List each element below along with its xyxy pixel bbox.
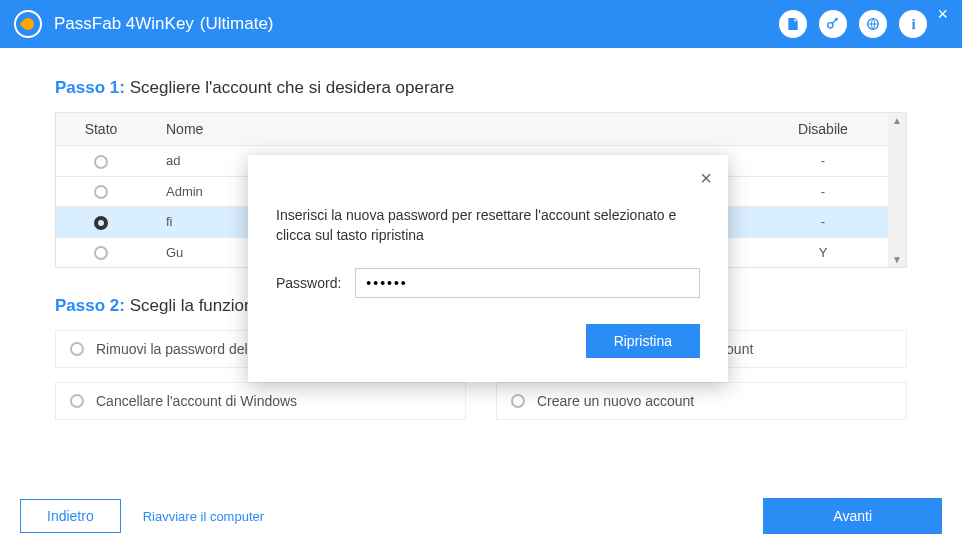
close-icon[interactable]: ×: [937, 4, 948, 25]
step1-num: Passo 1:: [55, 78, 125, 97]
table-scrollbar[interactable]: ▲ ▼: [888, 113, 906, 267]
export-icon[interactable]: [779, 10, 807, 38]
option-label: Cancellare l'account di Windows: [96, 393, 297, 409]
option-radio[interactable]: [70, 342, 84, 356]
footer: Indietro Riavviare il computer Avanti: [0, 498, 962, 534]
table-header: Stato Nome Disabile: [56, 113, 888, 145]
key-icon[interactable]: [819, 10, 847, 38]
row-radio[interactable]: [94, 216, 108, 230]
reset-password-modal: × Inserisci la nuova password per resett…: [248, 155, 728, 382]
password-input[interactable]: [355, 268, 700, 298]
titlebar: PassFab 4WinKey (Ultimate) i ×: [0, 0, 962, 48]
step2-num: Passo 2:: [55, 296, 125, 315]
option-radio[interactable]: [511, 394, 525, 408]
option-create-account[interactable]: Creare un nuovo account: [496, 382, 907, 420]
restart-link[interactable]: Riavviare il computer: [143, 509, 264, 524]
step1-text: Scegliere l'account che si desidera oper…: [130, 78, 455, 97]
step1-label: Passo 1: Scegliere l'account che si desi…: [55, 78, 907, 98]
reset-button[interactable]: Ripristina: [586, 324, 700, 358]
password-row: Password:: [276, 268, 700, 298]
row-radio[interactable]: [94, 185, 108, 199]
svg-point-0: [828, 23, 833, 28]
scroll-down-icon[interactable]: ▼: [892, 254, 902, 265]
row-disable: Y: [758, 238, 888, 268]
row-disable: -: [758, 207, 888, 237]
row-radio[interactable]: [94, 246, 108, 260]
scroll-up-icon[interactable]: ▲: [892, 115, 902, 126]
option-radio[interactable]: [70, 394, 84, 408]
col-disable: Disabile: [758, 113, 888, 145]
app-title: PassFab 4WinKey: [54, 14, 194, 34]
option-delete-account[interactable]: Cancellare l'account di Windows: [55, 382, 466, 420]
globe-icon[interactable]: [859, 10, 887, 38]
step2-text: Scegli la funzion: [130, 296, 254, 315]
col-nome: Nome: [146, 113, 296, 145]
row-disable: -: [758, 146, 888, 176]
app-edition: (Ultimate): [200, 14, 274, 34]
row-radio[interactable]: [94, 155, 108, 169]
option-label: Creare un nuovo account: [537, 393, 694, 409]
col-mid: [296, 113, 758, 145]
col-stato: Stato: [56, 113, 146, 145]
flame-icon: [20, 16, 37, 33]
password-label: Password:: [276, 275, 341, 291]
modal-message: Inserisci la nuova password per resettar…: [276, 205, 700, 246]
back-button[interactable]: Indietro: [20, 499, 121, 533]
modal-close-icon[interactable]: ×: [700, 167, 712, 190]
modal-actions: Ripristina: [276, 324, 700, 358]
title-icons: i: [779, 10, 927, 38]
row-disable: -: [758, 177, 888, 207]
app-logo: [14, 10, 42, 38]
info-icon[interactable]: i: [899, 10, 927, 38]
next-button[interactable]: Avanti: [763, 498, 942, 534]
